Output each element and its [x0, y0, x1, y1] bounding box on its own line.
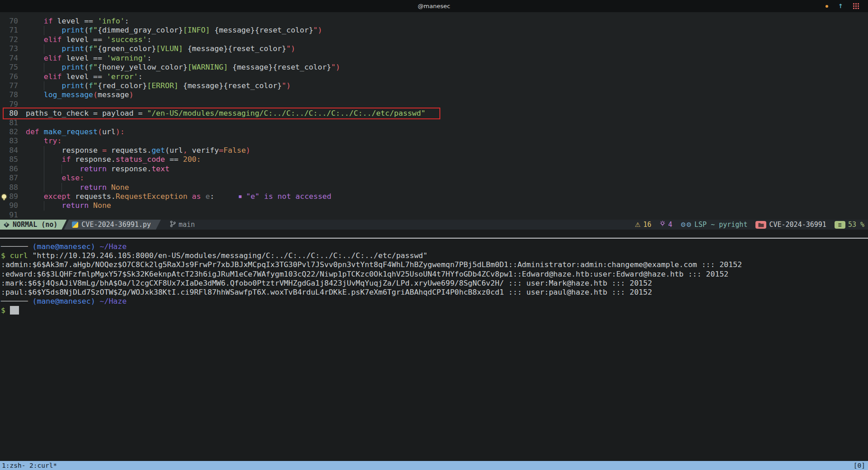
system-tray: ↑: [826, 0, 854, 12]
line-number: 89: [0, 192, 18, 201]
diagnostics-warning: ⚠ 16: [635, 221, 651, 229]
line-number: 78: [0, 90, 18, 99]
code-line: 88 return None: [0, 183, 868, 192]
git-branch: main: [170, 221, 195, 229]
tray-dot-icon[interactable]: [826, 5, 828, 8]
line-number: 83: [0, 136, 18, 146]
code-line: 75 print(f"{honey_yellow_color}[WARNING]…: [0, 63, 868, 72]
file-progress: ≡ 53 %: [835, 221, 864, 229]
branch-label: main: [179, 221, 195, 229]
python-icon: [72, 221, 78, 228]
annotation-red-box: [3, 108, 440, 119]
line-number: 72: [0, 35, 18, 44]
tray-update-icon[interactable]: ↑: [838, 3, 843, 9]
code-line: 71 print(f"{dimmed_gray_color}[INFO] {me…: [0, 26, 868, 35]
line-number: 74: [0, 54, 18, 63]
code-line: 72 elif level == 'success':: [0, 35, 868, 44]
code-line: 86 return response.text: [0, 164, 868, 174]
hint-count: 4: [668, 221, 672, 229]
folder-icon: [755, 221, 766, 229]
line-number: 73: [0, 44, 18, 53]
mode-indicator: V NORMAL (no): [0, 220, 66, 230]
terminal-line: ────── (mane@manesec) ~/Haze: [0, 242, 868, 251]
project-indicator: CVE-2024-36991: [755, 221, 826, 229]
code-line: 82def make_request(url):: [0, 127, 868, 136]
filename-segment: CVE-2024-36991.py: [64, 220, 161, 230]
terminal-line: $: [0, 306, 868, 315]
branch-icon: [170, 221, 176, 229]
terminal-line: :mark:$6$j4QsAJiV8mLg/bhA$Oa/l2cgCXF8Ux7…: [0, 279, 868, 288]
code-line: 90 return None: [0, 201, 868, 210]
code-line: 89 except requests.RequestException as e…: [0, 192, 868, 201]
titlebar: @manesec ↑: [0, 0, 868, 12]
lsp-label: LSP ~ pyright: [694, 221, 747, 229]
line-number: 77: [0, 81, 18, 90]
line-number: 84: [0, 146, 18, 155]
line-number: 82: [0, 127, 18, 136]
mode-label: NORMAL (no): [13, 221, 57, 229]
statusline: V NORMAL (no) CVE-2024-36991.py main ⚠ 1…: [0, 220, 868, 230]
code-line: 78 log_message(message): [0, 90, 868, 99]
diagnostics-hint: 4: [660, 221, 672, 229]
filename-label: CVE-2024-36991.py: [81, 221, 151, 229]
code-line: 74 elif level == 'warning':: [0, 54, 868, 63]
code-line: 81: [0, 118, 868, 127]
gears-icon: ⚙⚙: [680, 221, 692, 228]
line-number: 71: [0, 26, 18, 35]
code-line: 73 print(f"{green_color}[VLUN] {message}…: [0, 44, 868, 53]
vim-icon: V: [4, 222, 9, 228]
terminal-output: ────── (mane@manesec) ~/Haze$ curl "http…: [0, 239, 868, 315]
lines-icon: ≡: [835, 221, 845, 229]
project-label: CVE-2024-36991: [769, 221, 826, 229]
line-number: 87: [0, 174, 18, 183]
warning-count: 16: [643, 221, 651, 229]
tmux-session-indicator: [0]: [854, 462, 868, 469]
hint-bulb-icon: [660, 221, 665, 229]
line-number: 86: [0, 164, 18, 174]
terminal-line: $ curl "http://10.129.246.105:8000/en-US…: [0, 251, 868, 260]
tmux-window-list[interactable]: 1:zsh- 2:curl*: [0, 462, 57, 469]
line-number: 90: [0, 201, 18, 210]
terminal-pane[interactable]: ────── (mane@manesec) ~/Haze$ curl "http…: [0, 239, 868, 461]
command-line: [0, 230, 868, 238]
progress-label: 53 %: [848, 221, 864, 229]
tray-grid-icon[interactable]: [853, 5, 854, 7]
code-line: 91: [0, 211, 868, 220]
code-line: 77 print(f"{red_color}[ERROR] {message}{…: [0, 81, 868, 90]
line-number: 91: [0, 211, 18, 220]
titlebar-title: @manesec: [418, 3, 450, 9]
terminal-line: :edward:$6$3LQHFzfmlpMgxY57$Sk32K6eknpAt…: [0, 270, 868, 279]
warning-icon: ⚠: [635, 221, 641, 228]
line-number: 76: [0, 72, 18, 81]
line-number: 88: [0, 183, 18, 192]
terminal-line: :admin:$6$Ak3m7.aHgb/NOQez$O7C8Ck2lg5RaX…: [0, 260, 868, 269]
code-line: 70 if level == 'info':: [0, 17, 868, 26]
terminal-line: :paul:$6$Y5ds8NjDLd7SzOTW$Zg/WOJxk38KtI.…: [0, 288, 868, 297]
code-line: 76 elif level == 'error':: [0, 72, 868, 81]
statusline-right: ⚠ 16 4 ⚙⚙ LSP ~ pyright CVE-2024-36991 ≡…: [635, 221, 868, 229]
code-line: 84 response = requests.get(url, verify=F…: [0, 146, 868, 155]
code-line: 85 if response.status_code == 200:: [0, 155, 868, 164]
lsp-status: ⚙⚙ LSP ~ pyright: [680, 221, 748, 229]
line-number: 75: [0, 63, 18, 72]
line-number: 70: [0, 17, 18, 26]
line-number: 85: [0, 155, 18, 164]
code-line: 87 else:: [0, 174, 868, 183]
code-line: 83 try:: [0, 136, 868, 146]
terminal-line: ────── (mane@manesec) ~/Haze: [0, 297, 868, 306]
editor-pane[interactable]: 70 if level == 'info':71 print(f"{dimmed…: [0, 12, 868, 220]
statusline-left: V NORMAL (no) CVE-2024-36991.py main: [0, 220, 195, 230]
tmux-statusbar: 1:zsh- 2:curl* [0]: [0, 461, 868, 470]
line-number: 81: [0, 118, 18, 127]
